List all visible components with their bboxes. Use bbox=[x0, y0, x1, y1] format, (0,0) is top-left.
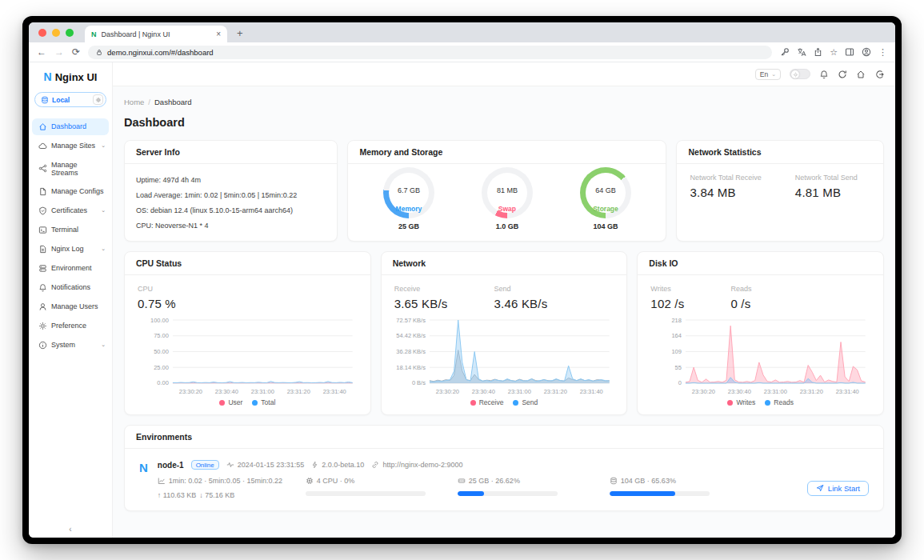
app-logo[interactable]: N Nginx UI bbox=[29, 70, 112, 83]
browser-tab[interactable]: N Dashboard | Nginx UI × bbox=[85, 26, 227, 42]
legend-label[interactable]: User bbox=[228, 398, 242, 406]
cloud-icon bbox=[38, 142, 47, 150]
legend-label[interactable]: Total bbox=[261, 398, 275, 406]
legend-label[interactable]: Reads bbox=[774, 398, 794, 406]
stat-label: Send bbox=[494, 285, 548, 293]
profile-avatar-icon[interactable] bbox=[862, 47, 871, 57]
reload-icon[interactable]: ⟳ bbox=[72, 47, 80, 57]
svg-text:23:31:20: 23:31:20 bbox=[287, 388, 310, 395]
address-bar[interactable]: demo.nginxui.com/#/dashboard bbox=[88, 46, 772, 59]
send-icon bbox=[816, 484, 824, 492]
disk-chart-legend: Writes Reads bbox=[649, 397, 872, 406]
environment-node-row: N node-1 Online 2024-01-15 23:31:55 bbox=[125, 449, 883, 510]
sidebar: N Nginx UI Local Dashboard Manage Sites bbox=[29, 62, 113, 538]
memory-storage-card: Memory and Storage 6.7 GB Memory 25 GB bbox=[347, 140, 666, 242]
stat-value: 0.75 % bbox=[138, 297, 176, 310]
theme-toggle[interactable] bbox=[790, 69, 810, 79]
sidebar-item-manage-sites[interactable]: Manage Sites ⌄ bbox=[32, 138, 109, 154]
home-icon[interactable] bbox=[856, 70, 866, 79]
environment-label: Local bbox=[52, 96, 70, 104]
back-icon[interactable]: ← bbox=[37, 47, 46, 57]
sidebar-item-dashboard[interactable]: Dashboard bbox=[32, 118, 109, 135]
cpu-stat: CPU 0.75 % bbox=[138, 285, 176, 310]
restart-icon[interactable] bbox=[838, 70, 847, 79]
svg-text:23:31:40: 23:31:40 bbox=[579, 388, 602, 395]
breadcrumb-home[interactable]: Home bbox=[124, 98, 144, 106]
terminal-icon bbox=[38, 226, 47, 234]
svg-text:36.28 KB/s: 36.28 KB/s bbox=[396, 348, 426, 355]
link-start-button[interactable]: Link Start bbox=[807, 481, 869, 496]
breadcrumb-separator: / bbox=[148, 98, 150, 106]
sidebar-collapse-button[interactable]: ‹ bbox=[29, 525, 112, 534]
share-icon[interactable] bbox=[814, 47, 822, 57]
new-tab-button[interactable]: + bbox=[237, 27, 243, 39]
logout-icon[interactable] bbox=[874, 70, 884, 79]
svg-text:18.14 KB/s: 18.14 KB/s bbox=[396, 364, 426, 371]
notifications-bell-icon[interactable] bbox=[819, 70, 829, 79]
storage-label: Storage bbox=[580, 205, 631, 213]
language-select[interactable]: En⌄ bbox=[755, 69, 781, 80]
sidebar-item-system[interactable]: System ⌄ bbox=[32, 337, 109, 354]
legend-label[interactable]: Writes bbox=[736, 398, 755, 406]
line-chart-icon bbox=[158, 477, 166, 485]
url-text: demo.nginxui.com/#/dashboard bbox=[107, 48, 214, 57]
chevron-down-icon: ⌄ bbox=[101, 207, 106, 214]
svg-text:75.00: 75.00 bbox=[154, 332, 169, 339]
environment-manage-button[interactable] bbox=[93, 94, 103, 105]
cpu-progress-bar bbox=[306, 491, 426, 496]
stat-label: Writes bbox=[650, 285, 684, 293]
cpu-status-card: CPU Status CPU 0.75 % 100.0075.0050.0025… bbox=[124, 251, 371, 415]
memory-donut-chart: 6.7 GB Memory bbox=[383, 167, 434, 218]
sidebar-item-manage-streams[interactable]: Manage Streams bbox=[32, 157, 109, 181]
environment-selector[interactable]: Local bbox=[34, 92, 106, 107]
sidebar-item-environment[interactable]: Environment bbox=[32, 260, 109, 277]
total-send-stat: Network Total Send 4.81 MB bbox=[795, 174, 858, 199]
node-url[interactable]: http://nginx-demo-2:9000 bbox=[371, 461, 462, 469]
sidebar-item-terminal[interactable]: Terminal bbox=[32, 222, 109, 238]
zoom-window-button[interactable] bbox=[66, 29, 74, 37]
card-title: Memory and Storage bbox=[348, 141, 666, 164]
pulse-icon bbox=[226, 461, 234, 469]
sidebar-item-label: Manage Streams bbox=[51, 161, 106, 177]
bell-icon bbox=[38, 283, 47, 292]
breadcrumb: Home / Dashboard bbox=[124, 98, 884, 106]
sidebar-item-manage-configs[interactable]: Manage Configs bbox=[32, 183, 109, 200]
sidebar-item-label: Dashboard bbox=[51, 122, 86, 130]
chevron-down-icon: ⌄ bbox=[101, 246, 106, 252]
network-chart-legend: Receive Send bbox=[393, 397, 616, 406]
sidebar-item-manage-users[interactable]: Manage Users bbox=[32, 298, 109, 315]
sidebar-item-notifications[interactable]: Notifications bbox=[32, 279, 109, 296]
sidebar-item-preference[interactable]: Preference bbox=[32, 318, 109, 334]
app-header: En⌄ bbox=[113, 62, 895, 86]
sidebar-item-nginx-log[interactable]: Nginx Log ⌄ bbox=[32, 241, 109, 258]
tab-close-icon[interactable]: × bbox=[216, 30, 221, 38]
side-panel-icon[interactable] bbox=[845, 47, 854, 57]
bookmark-star-icon[interactable]: ☆ bbox=[830, 48, 838, 57]
legend-dot-reads bbox=[765, 400, 770, 406]
browser-menu-icon[interactable]: ⋮ bbox=[878, 48, 887, 57]
legend-label[interactable]: Receive bbox=[479, 398, 504, 406]
sidebar-item-label: System bbox=[51, 341, 75, 349]
environments-card: Environments N node-1 Online 2024-01-15 … bbox=[124, 425, 884, 511]
tab-favicon: N bbox=[91, 30, 97, 38]
sidebar-item-label: Manage Configs bbox=[51, 187, 104, 195]
chevron-down-icon: ⌄ bbox=[101, 342, 106, 348]
storage-gauge: 64 GB Storage 104 GB bbox=[580, 167, 631, 230]
close-window-button[interactable] bbox=[38, 29, 46, 37]
stat-value: 102 /s bbox=[650, 297, 684, 310]
node-load-average: 1min: 0.02 · 5min:0.05 · 15min:0.22 bbox=[158, 477, 306, 485]
minimize-window-button[interactable] bbox=[52, 29, 60, 37]
svg-text:25.00: 25.00 bbox=[154, 364, 169, 371]
memory-used-value: 6.7 GB bbox=[383, 186, 434, 194]
card-title: Environments bbox=[125, 426, 883, 449]
swap-total: 1.0 GB bbox=[496, 222, 519, 230]
forward-icon[interactable]: → bbox=[54, 47, 64, 57]
translate-icon[interactable] bbox=[797, 47, 806, 57]
database-icon bbox=[41, 96, 49, 104]
cpu-chart-legend: User Total bbox=[136, 397, 359, 406]
legend-label[interactable]: Send bbox=[522, 398, 538, 406]
window-controls[interactable] bbox=[38, 29, 74, 37]
sidebar-item-certificates[interactable]: Certificates ⌄ bbox=[32, 202, 109, 219]
sidebar-item-label: Terminal bbox=[51, 226, 78, 234]
password-key-icon[interactable] bbox=[780, 47, 790, 57]
